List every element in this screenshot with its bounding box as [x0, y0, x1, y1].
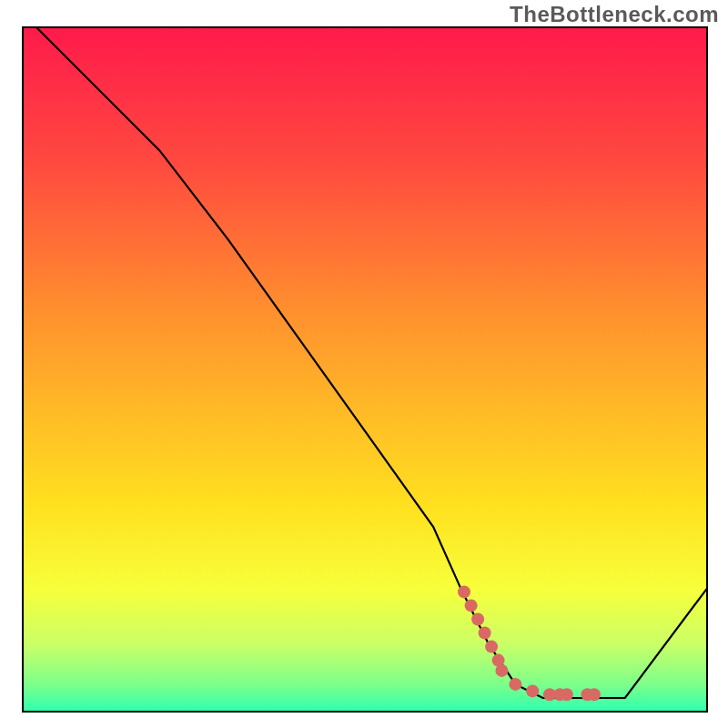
- highlight-dot: [458, 585, 470, 598]
- highlight-dot: [479, 627, 491, 640]
- highlight-dot: [509, 678, 521, 691]
- highlight-dot: [495, 664, 508, 677]
- highlight-dot: [588, 688, 601, 701]
- bottleneck-chart: [0, 0, 728, 728]
- highlight-dot: [561, 688, 573, 701]
- highlight-dot: [485, 641, 498, 653]
- svg-rect-0: [23, 27, 707, 712]
- chart-container: TheBottleneck.com: [0, 0, 728, 728]
- highlight-dot: [526, 684, 539, 697]
- highlight-dot: [471, 613, 484, 626]
- highlight-dot: [465, 599, 478, 612]
- watermark-label: TheBottleneck.com: [510, 2, 719, 27]
